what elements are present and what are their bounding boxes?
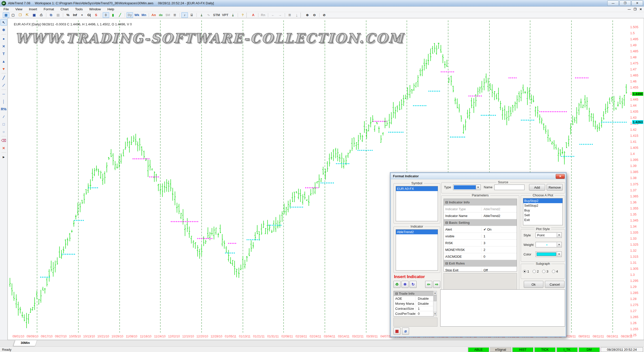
recycle-blue-icon[interactable]: ↻ <box>410 281 417 288</box>
trade-info-scrollbar[interactable]: ▲ ▼ <box>433 291 437 316</box>
menu-window[interactable]: Window <box>89 7 101 11</box>
grid-row[interactable]: visible1 <box>444 233 517 240</box>
grid-section[interactable]: ⊟ Trade Info <box>394 291 433 296</box>
download-data2-icon[interactable]: ⤓ <box>230 12 236 18</box>
stm-button[interactable]: STM <box>212 12 221 18</box>
weight-dropdown[interactable]: ▼ <box>536 242 562 247</box>
move-right-icon[interactable]: ⇨ <box>433 281 440 288</box>
open-folder-icon[interactable]: ❒ <box>17 12 23 18</box>
candlestick-type-icon[interactable]: ▮ <box>110 12 116 18</box>
list-item[interactable]: BuyStop2 <box>523 198 562 203</box>
weight-dropdown-arrow[interactable]: ▼ <box>557 242 561 247</box>
short-line-icon[interactable]: ∕ <box>1 113 7 120</box>
scroll-up-arrow[interactable]: ▲ <box>433 291 437 295</box>
copy-icon[interactable]: ⧉ <box>48 12 54 18</box>
grid-toggle-icon[interactable]: G| <box>86 12 92 18</box>
grid-row[interactable]: ASCMODE0 <box>444 253 517 260</box>
quote-list-icon[interactable]: ≣ <box>172 12 178 18</box>
down-arrow-marker-icon[interactable]: ▼ <box>1 66 7 72</box>
help-icon[interactable]: ? <box>239 12 246 18</box>
grid-row[interactable]: Alert✔ On <box>444 226 517 233</box>
delete-all-icon[interactable]: ✕ <box>1 145 7 151</box>
indicator-list[interactable]: AbleTrend2 <box>396 229 438 271</box>
zoom-off-icon[interactable]: ⊘ <box>321 12 328 18</box>
subgraph-radio-3[interactable]: 3 <box>542 270 548 273</box>
eraser-icon[interactable]: ⌫ <box>1 137 7 144</box>
type-dropdown-arrow[interactable]: ▼ <box>476 185 480 190</box>
cancel-button[interactable]: Cancel <box>545 281 565 288</box>
x-marker-icon[interactable]: ✕ <box>1 43 7 50</box>
style-dropdown-arrow[interactable]: ▼ <box>557 233 561 237</box>
print-icon[interactable]: ⎙ <box>38 12 45 18</box>
smart-pointer-icon[interactable]: ✻ <box>1 27 7 33</box>
snowflake-blue-icon[interactable]: ❋ <box>401 281 409 288</box>
menu-file[interactable]: File <box>4 7 9 11</box>
output-listbox[interactable] <box>440 289 565 327</box>
grid-row[interactable]: Indicator NameAbleTrend2 <box>444 212 517 219</box>
data-drive-icon[interactable]: ⌸ <box>188 12 195 18</box>
vpt-button[interactable]: VPT <box>221 12 229 18</box>
list-item[interactable]: SellStop2 <box>523 203 562 208</box>
point-marker-icon[interactable]: ● <box>1 35 7 42</box>
grid-section[interactable]: ⊟ Indicator Info <box>444 199 517 206</box>
subgraph-radio-4[interactable]: 4 <box>552 270 558 273</box>
ok-button[interactable]: Ok <box>524 281 543 288</box>
chart-search-icon[interactable]: ⌀ <box>402 328 409 335</box>
text-tool-icon[interactable]: T <box>1 51 7 57</box>
subgraph-radio-2[interactable]: 2 <box>533 270 539 273</box>
analysis-button[interactable]: An <box>150 12 157 18</box>
close-button[interactable]: ✕ <box>631 1 643 6</box>
zoom-out-icon[interactable]: ⊖ <box>311 12 318 18</box>
trade-info-grid[interactable]: ⊟ Trade InfoAOEDisableMoney ManaDisableC… <box>393 291 434 317</box>
new-window-icon[interactable]: ▢ <box>10 12 16 18</box>
grid-row[interactable]: CostPerTrade0 <box>394 311 433 316</box>
grid-row[interactable]: Stop ExitOff <box>444 267 517 272</box>
parameters-grid[interactable]: ⊟ Indicator InfoIndicator TypeAbleTrend2… <box>444 199 517 272</box>
move-left-icon[interactable]: ⇦ <box>425 281 432 288</box>
menu-format[interactable]: Format <box>44 7 54 11</box>
restore-button[interactable]: ❐ <box>619 1 631 6</box>
list-item[interactable]: Buy <box>523 208 562 213</box>
rectangle-tool-icon[interactable]: □ <box>1 121 7 127</box>
horizontal-line-icon[interactable]: ─ <box>1 91 7 97</box>
mdi-close-button[interactable]: ✕ <box>639 8 642 11</box>
scroll-left-icon[interactable]: ← <box>270 12 276 18</box>
report-list2-icon[interactable]: ⍮ <box>294 12 300 18</box>
grid-row[interactable]: RISK3 <box>444 240 517 246</box>
type-dropdown[interactable]: ▼ <box>453 185 481 190</box>
grid-row[interactable]: Money ManaDisable <box>394 301 433 306</box>
menu-insert[interactable]: Insert <box>29 7 37 11</box>
expand-tools-icon[interactable]: ▸ <box>1 154 7 160</box>
trendline-icon[interactable]: ╱ <box>1 74 7 81</box>
grid-section[interactable]: ⊟ Basic Setting <box>444 219 517 226</box>
volume-bars-icon[interactable]: ılıı <box>157 12 164 18</box>
crosshair-icon[interactable]: + <box>79 12 85 18</box>
trade-report-icon[interactable]: ▦ <box>393 328 400 335</box>
download-data-icon[interactable]: ⤓ <box>198 12 205 18</box>
menu-tools[interactable]: Tools <box>75 7 83 11</box>
chart-window-icon[interactable]: ▦ <box>3 12 9 18</box>
retracement-icon[interactable]: R% <box>1 106 7 112</box>
recycle-green-icon[interactable]: ♻ <box>393 281 400 288</box>
range-icon[interactable]: Rn <box>260 12 266 18</box>
ellipse-tool-icon[interactable]: ○ <box>1 128 7 135</box>
symbol-lookup-icon[interactable]: S <box>93 12 99 18</box>
sound-alert-icon[interactable]: ♪ <box>181 12 188 18</box>
menu-view[interactable]: View <box>15 7 22 11</box>
symbol-list[interactable]: EUR A0-FX <box>396 186 438 221</box>
paste-icon[interactable]: ▤ <box>55 12 61 18</box>
tab-30min[interactable]: 30Min <box>13 340 37 346</box>
ray-line-icon[interactable]: ⟋ <box>1 82 7 89</box>
scroll-thumb[interactable] <box>434 295 436 301</box>
monthly-period-button[interactable]: Mn <box>141 12 147 18</box>
vertical-line-icon[interactable]: │ <box>1 98 7 105</box>
line-chart-type-icon[interactable]: ╱ <box>117 12 123 18</box>
plot-list[interactable]: BuyStop2SellStop2BuySellExit <box>523 198 563 225</box>
list-item[interactable]: AbleTrend2 <box>396 230 438 234</box>
up-arrow-marker-icon[interactable]: ▲ <box>1 58 7 65</box>
grid-section[interactable]: ⊟ Exit Rules <box>444 260 517 267</box>
dialog-close-button[interactable]: ✕ <box>556 174 565 179</box>
name-input[interactable] <box>494 185 525 190</box>
scroll-down-arrow[interactable]: ▼ <box>433 312 437 316</box>
grid-row[interactable]: AOEDisable <box>394 296 433 301</box>
